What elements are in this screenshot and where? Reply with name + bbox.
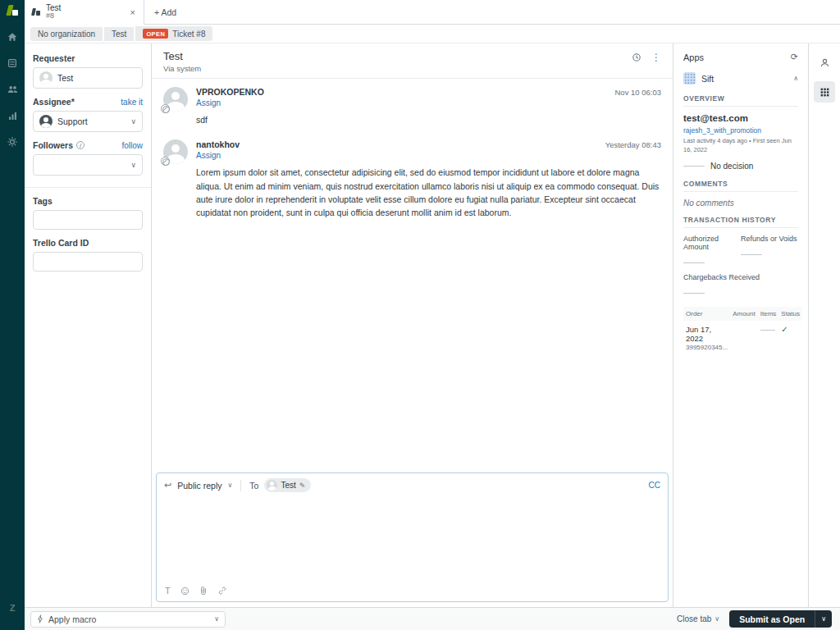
requester-label: Requester	[33, 53, 75, 63]
order-amount	[730, 321, 758, 355]
order-date: Jun 17, 2022	[686, 325, 728, 343]
assignee-group-avatar	[39, 115, 52, 128]
ticket-events-icon[interactable]	[632, 52, 641, 62]
reply-arrow-icon: ↩	[164, 480, 171, 491]
admin-gear-icon[interactable]	[3, 133, 21, 151]
message-timestamp: Nov 10 06:03	[614, 88, 661, 97]
assignee-select[interactable]: Support ∨	[33, 111, 143, 132]
breadcrumb-ticket-label: Ticket #8	[172, 30, 205, 39]
chevron-down-icon: ∨	[714, 615, 719, 623]
close-tab-toggle[interactable]: Close tab ∨	[677, 614, 719, 623]
trello-card-id-label: Trello Card ID	[33, 238, 89, 248]
refunds-voids-label: Refunds or Voids	[741, 235, 798, 243]
follow-link[interactable]: follow	[121, 141, 143, 150]
reply-text-area[interactable]	[157, 497, 668, 582]
ticket-tab[interactable]: Test #8 ×	[25, 0, 144, 25]
assign-link[interactable]: Assign	[196, 151, 661, 160]
avatar	[163, 139, 188, 164]
sift-app-icon	[683, 72, 696, 84]
link-icon[interactable]	[217, 586, 227, 596]
user-context-icon[interactable]	[814, 52, 835, 73]
message-list[interactable]: VPROKOPENKO Nov 10 06:03 Assign sdf	[152, 79, 673, 472]
empty-value-dash	[683, 166, 705, 167]
close-tab-label: Close tab	[677, 614, 711, 623]
message-author: VPROKOPENKO	[196, 87, 264, 97]
views-icon[interactable]	[3, 54, 21, 72]
tags-input[interactable]	[33, 210, 143, 230]
breadcrumb-organization[interactable]: No organization	[30, 27, 103, 41]
empty-value-dash	[683, 293, 705, 294]
apps-grid-icon[interactable]	[814, 81, 835, 103]
reply-type-selector[interactable]: Public reply	[177, 481, 221, 491]
message-timestamp: Yesterday 08:43	[605, 140, 661, 149]
orders-table: Order Amount Items Status Jun 17, 2022 3…	[683, 307, 802, 355]
home-icon[interactable]	[3, 28, 21, 46]
no-comments-text: No comments	[683, 199, 798, 208]
transaction-history-heading: TRANSACTION HISTORY	[683, 216, 798, 228]
ticket-channel: Via system	[163, 64, 632, 73]
comments-heading: COMMENTS	[683, 180, 798, 192]
empty-value-dash	[741, 254, 762, 255]
order-id: 3995920345...	[686, 344, 728, 351]
requester-field[interactable]: Test	[33, 67, 143, 89]
emoji-icon[interactable]	[180, 587, 189, 596]
attachment-icon[interactable]	[199, 586, 208, 596]
requester-value: Test	[57, 73, 73, 83]
take-it-link[interactable]: take it	[121, 98, 143, 107]
sift-user-email: test@test.com	[683, 113, 798, 123]
chevron-down-icon[interactable]: ∨	[228, 482, 233, 489]
column-header-status: Status	[778, 307, 802, 321]
add-tab-button[interactable]: + Add	[144, 0, 186, 24]
end-user-badge-icon	[161, 157, 170, 166]
breadcrumb-requester[interactable]: Test	[104, 27, 134, 41]
customers-icon[interactable]	[3, 80, 21, 98]
chevron-up-icon[interactable]: ∧	[793, 75, 798, 82]
zendesk-footer-mark-icon: Z	[3, 599, 21, 617]
sift-account-link[interactable]: rajesh_3_with_promotion	[683, 126, 798, 135]
divider	[25, 187, 151, 188]
tags-label: Tags	[33, 196, 52, 206]
tab-title: Test	[46, 3, 124, 12]
text-format-icon[interactable]: T	[165, 586, 171, 596]
avatar	[163, 87, 188, 112]
breadcrumb-ticket[interactable]: OPEN Ticket #8	[135, 26, 212, 41]
ticket-icon	[31, 7, 41, 16]
ticket-title: Test	[163, 50, 632, 62]
apply-macro-dropdown[interactable]: Apply macro ∨	[30, 611, 226, 628]
reply-composer: ↩ Public reply ∨ To Test ✎ CC	[156, 472, 669, 602]
submit-as-open-button[interactable]: Submit as Open	[729, 610, 815, 628]
sift-decision: No decision	[710, 162, 753, 171]
sift-app-name: Sift	[701, 74, 788, 84]
sift-app-header[interactable]: Sift ∧	[683, 72, 798, 84]
message-author: nantokhov	[196, 139, 240, 149]
divider	[240, 480, 241, 491]
column-header-items: Items	[758, 307, 779, 321]
message-body: Lorem ipsum dolor sit amet, consectetur …	[196, 166, 661, 219]
chevron-down-icon: ∨	[214, 615, 219, 623]
apply-macro-label: Apply macro	[48, 614, 96, 624]
kebab-menu-icon[interactable]: ⋮	[651, 52, 661, 62]
edit-recipient-icon[interactable]: ✎	[299, 482, 306, 490]
cc-link[interactable]: CC	[649, 481, 660, 490]
requester-avatar	[39, 71, 52, 84]
chargebacks-received-label: Chargebacks Received	[683, 273, 798, 281]
info-icon: i	[76, 141, 84, 149]
empty-value-dash	[683, 262, 705, 263]
recipient-pill[interactable]: Test ✎	[264, 478, 311, 492]
reports-icon[interactable]	[3, 107, 21, 125]
followers-select[interactable]: ∨	[33, 154, 143, 176]
apps-panel-title: Apps	[683, 52, 704, 62]
trello-card-id-input[interactable]	[33, 252, 143, 272]
recipient-name: Test	[281, 481, 295, 490]
overview-heading: OVERVIEW	[683, 94, 798, 107]
table-row: Jun 17, 2022 3995920345... ✓	[683, 321, 802, 355]
submit-options-icon[interactable]: ∨	[815, 610, 832, 628]
message: VPROKOPENKO Nov 10 06:03 Assign sdf	[163, 87, 661, 126]
zendesk-app: Z Test #8 × + Add No organization Test O…	[0, 0, 840, 630]
zendesk-product-logo-icon[interactable]	[6, 5, 19, 16]
refresh-apps-icon[interactable]: ⟳	[791, 52, 798, 62]
recipient-avatar	[267, 480, 277, 491]
assign-link[interactable]: Assign	[196, 98, 661, 107]
left-nav-rail: Z	[0, 0, 25, 630]
close-tab-icon[interactable]: ×	[129, 7, 137, 17]
